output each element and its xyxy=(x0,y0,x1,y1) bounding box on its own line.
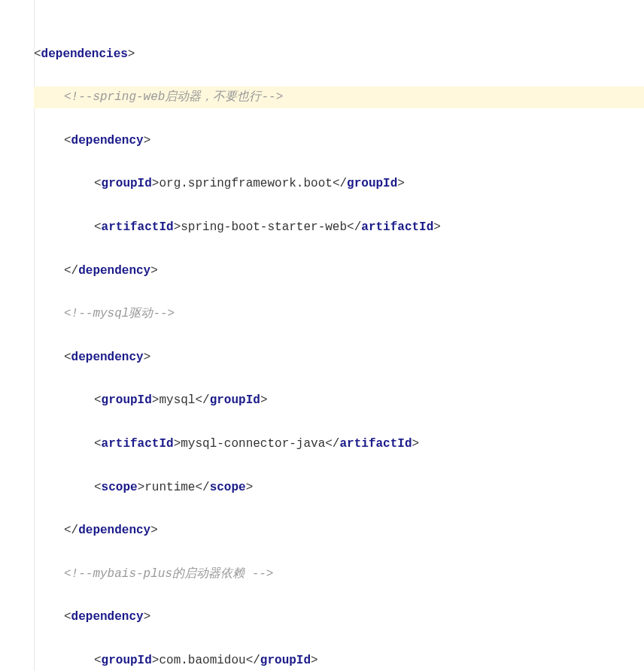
tag-dependency: dependency xyxy=(71,134,144,147)
code-line: <artifactId>mysql-connector-java</artifa… xyxy=(34,433,644,455)
xml-comment: <!--mybais-plus的启动器依赖 --> xyxy=(64,567,273,581)
code-line: <groupId>com.baomidou</groupId> xyxy=(34,650,644,671)
code-line: <dependency> xyxy=(34,130,644,152)
code-line: <groupId>org.springframework.boot</group… xyxy=(34,173,644,195)
code-line: <dependency> xyxy=(34,347,644,369)
code-line: </dependency> xyxy=(34,260,644,282)
value-artifactid: spring-boot-starter-web xyxy=(181,220,347,234)
xml-code-block: <dependencies> <!--spring-web启动器，不要也行-->… xyxy=(0,0,644,671)
tag-groupid: groupId xyxy=(102,654,152,667)
xml-comment: <!--mysql驱动--> xyxy=(64,307,175,320)
tag-artifactid: artifactId xyxy=(102,437,174,451)
tag-scope: scope xyxy=(102,481,138,494)
value-groupid: org.springframework.boot xyxy=(159,177,332,190)
code-line: <!--mybais-plus的启动器依赖 --> xyxy=(34,563,644,585)
tag-dependency-close: dependency xyxy=(78,264,150,278)
code-line: </dependency> xyxy=(34,520,644,542)
tag-artifactid: artifactId xyxy=(102,220,174,234)
tag-groupid-close: groupId xyxy=(210,393,260,407)
value-groupid: mysql xyxy=(159,393,195,407)
tag-artifactid-close: artifactId xyxy=(339,437,412,451)
code-line: <artifactId>spring-boot-starter-web</art… xyxy=(34,217,644,238)
value-scope: runtime xyxy=(144,481,195,494)
value-artifactid: mysql-connector-java xyxy=(181,437,325,451)
tag-groupid-close: groupId xyxy=(347,177,397,190)
tag-groupid: groupId xyxy=(102,393,152,407)
code-line: <dependency> xyxy=(34,606,644,628)
value-groupid: com.baomidou xyxy=(159,654,245,667)
code-line: <dependencies> xyxy=(34,44,644,65)
tag-dependency: dependency xyxy=(71,351,144,364)
code-line: <scope>runtime</scope> xyxy=(34,477,644,499)
tag-dependencies: dependencies xyxy=(41,47,128,61)
tag-artifactid-close: artifactId xyxy=(361,220,433,234)
code-line: <!--spring-web启动器，不要也行--> xyxy=(34,87,644,108)
code-line: <!--mysql驱动--> xyxy=(34,303,644,325)
code-line: <groupId>mysql</groupId> xyxy=(34,390,644,411)
xml-comment: <!--spring-web启动器，不要也行--> xyxy=(64,90,283,104)
line-gutter xyxy=(0,0,35,671)
tag-dependency: dependency xyxy=(71,610,144,624)
tag-groupid-close: groupId xyxy=(260,654,311,667)
tag-dependency-close: dependency xyxy=(78,524,150,537)
tag-groupid: groupId xyxy=(102,177,152,190)
tag-scope-close: scope xyxy=(210,481,246,494)
